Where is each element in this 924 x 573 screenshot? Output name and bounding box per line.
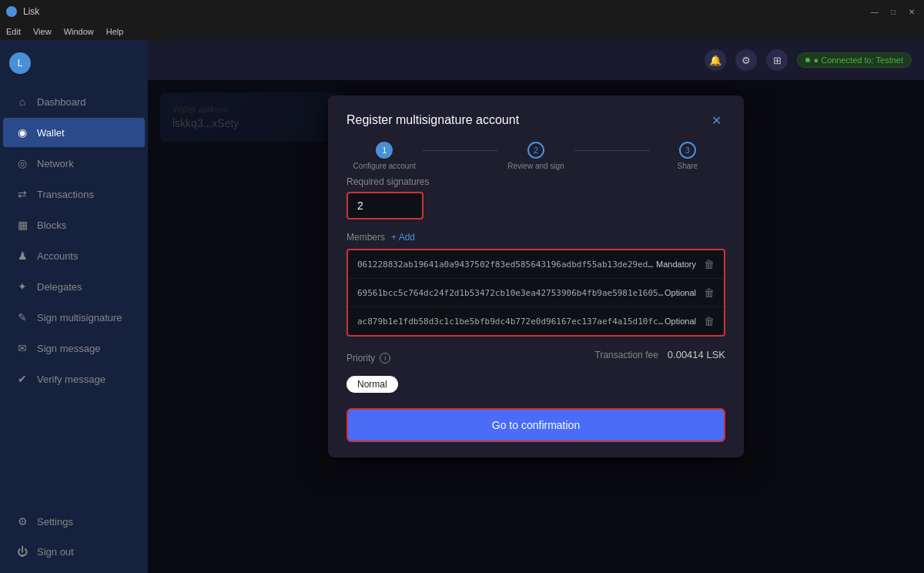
member-row-3: ac879b1e1fdb58d3c1c1be5bfb9dc4b772e0d961… [348, 307, 724, 335]
sidebar-item-delegates[interactable]: ✦ Delegates [3, 272, 145, 301]
step-line-1 [422, 150, 497, 151]
sidebar-item-blocks[interactable]: ▦ Blocks [3, 210, 145, 240]
connection-badge: ● Connected to: Testnet [797, 52, 912, 68]
member-address-2: 69561bcc5c764dc24f2d1b53472cb10e3ea42753… [357, 288, 665, 298]
go-to-confirmation-button[interactable]: Go to confirmation [346, 408, 725, 442]
priority-row: Priority i Transaction fee 0.00414 LSK [346, 349, 725, 367]
sidebar-item-label: Settings [37, 516, 73, 528]
wallet-icon: ◉ [15, 126, 29, 139]
step-2-circle: 2 [527, 142, 544, 159]
member-address-3: ac879b1e1fdb58d3c1c1be5bfb9dc4b772e0d961… [357, 317, 665, 327]
sidebar-logo: L [9, 52, 31, 74]
step-1: 1 Configure account [346, 142, 422, 170]
window-controls[interactable]: — □ ✕ [869, 5, 918, 18]
member-type-1: Mandatory [656, 260, 696, 269]
step-2-label: Review and sign [507, 162, 564, 170]
minimize-button[interactable]: — [869, 5, 881, 18]
app-icon [6, 6, 17, 17]
network-icon: ◎ [15, 156, 29, 170]
priority-label: Priority i [346, 353, 390, 364]
sidebar-item-label: Sign multisignature [37, 312, 122, 323]
members-header: Members + Add [346, 232, 725, 243]
step-1-label: Configure account [353, 162, 416, 170]
main-content: Wallet address lskkq3...xSety Balance 1.… [148, 80, 924, 573]
priority-normal-button[interactable]: Normal [346, 376, 398, 393]
titlebar-left: Lisk [6, 6, 39, 17]
required-signatures-input[interactable]: 2 [346, 192, 424, 219]
sidebar-item-signout[interactable]: ⏻ Sign out [3, 537, 145, 566]
sidebar-item-label: Wallet [37, 127, 65, 139]
modal-header: Register multisignature account ✕ [328, 96, 744, 129]
step-line-2 [574, 150, 649, 151]
member-delete-1[interactable]: 🗑 [704, 258, 715, 270]
sidebar-item-transactions[interactable]: ⇄ Transactions [3, 179, 145, 209]
sidebar-nav: ⌂ Dashboard ◉ Wallet ◎ Network ⇄ Transac… [0, 86, 148, 506]
stepper: 1 Configure account 2 Review and sign [328, 129, 744, 176]
connection-dot [805, 58, 810, 62]
connection-label: ● Connected to: Testnet [813, 55, 903, 65]
member-row-1: 061228832ab19641a0a9437502f83ed585643196… [348, 250, 724, 279]
app-container: L ⌂ Dashboard ◉ Wallet ◎ Network ⇄ Trans… [0, 40, 924, 573]
sidebar-item-verify-message[interactable]: ✔ Verify message [3, 364, 145, 394]
delegates-icon: ✦ [15, 280, 29, 293]
member-delete-3[interactable]: 🗑 [704, 315, 715, 327]
priority-info-icon[interactable]: i [380, 353, 390, 364]
fee-label: Transaction fee [595, 350, 658, 360]
settings-top-icon[interactable]: ⚙ [735, 49, 757, 71]
modal-body: Required signatures 2 Members + Add 0612… [328, 176, 744, 457]
member-delete-2[interactable]: 🗑 [704, 286, 715, 299]
notification-icon[interactable]: 🔔 [705, 49, 726, 71]
multisig-icon: ✎ [15, 310, 29, 324]
close-button[interactable]: ✕ [906, 5, 918, 18]
topbar: 🔔 ⚙ ⊞ ● Connected to: Testnet [148, 40, 924, 80]
app-title: Lisk [23, 6, 39, 17]
sidebar-item-wallet[interactable]: ◉ Wallet [3, 118, 145, 147]
titlebar: Lisk — □ ✕ [0, 0, 924, 23]
sidebar-item-sign-message[interactable]: ✉ Sign message [3, 333, 145, 363]
sidebar-top: L [0, 46, 148, 80]
menu-view[interactable]: View [33, 27, 52, 36]
sidebar-item-label: Delegates [37, 281, 82, 293]
sidebar-item-label: Sign out [37, 546, 74, 558]
settings-icon: ⚙ [15, 514, 29, 528]
step-3: 3 Share [650, 142, 725, 170]
transactions-icon: ⇄ [15, 187, 29, 201]
sidebar-item-label: Blocks [37, 219, 66, 231]
sidebar-item-network[interactable]: ◎ Network [3, 149, 145, 178]
menu-window[interactable]: Window [64, 27, 94, 36]
accounts-icon: ♟ [15, 249, 29, 263]
step-1-circle: 1 [376, 142, 393, 159]
sidebar-item-label: Dashboard [37, 96, 86, 108]
modal-overlay: Register multisignature account ✕ 1 Conf… [148, 80, 924, 573]
modal-close-button[interactable]: ✕ [707, 111, 725, 129]
step-2: 2 Review and sign [498, 142, 574, 170]
member-address-1: 061228832ab19641a0a9437502f83ed585643196… [357, 260, 656, 270]
menu-edit[interactable]: Edit [6, 27, 21, 36]
maximize-button[interactable]: □ [887, 5, 899, 18]
members-label: Members [346, 232, 385, 243]
priority-button-row: Normal [346, 376, 725, 393]
signout-icon: ⏻ [15, 545, 29, 558]
fee-value: 0.00414 LSK [668, 349, 725, 360]
sidebar-bottom: ⚙ Settings ⏻ Sign out [0, 506, 148, 573]
required-signatures-label: Required signatures [346, 176, 725, 187]
sidebar-item-dashboard[interactable]: ⌂ Dashboard [3, 87, 145, 116]
member-type-3: Optional [665, 317, 696, 326]
sidebar: L ⌂ Dashboard ◉ Wallet ◎ Network ⇄ Trans… [0, 40, 148, 573]
menu-help[interactable]: Help [106, 27, 124, 36]
add-member-button[interactable]: + Add [391, 232, 415, 243]
sidebar-item-accounts[interactable]: ♟ Accounts [3, 241, 145, 270]
sidebar-item-label: Transactions [37, 189, 94, 200]
sidebar-item-label: Accounts [37, 250, 78, 262]
register-multisig-modal: Register multisignature account ✕ 1 Conf… [328, 96, 744, 457]
member-type-2: Optional [665, 288, 696, 297]
grid-icon[interactable]: ⊞ [766, 49, 788, 71]
members-list: 061228832ab19641a0a9437502f83ed585643196… [346, 249, 725, 337]
sidebar-item-sign-multisig[interactable]: ✎ Sign multisignature [3, 303, 145, 332]
modal-title: Register multisignature account [346, 113, 519, 127]
sidebar-item-settings[interactable]: ⚙ Settings [3, 507, 145, 536]
member-row-2: 69561bcc5c764dc24f2d1b53472cb10e3ea42753… [348, 279, 724, 307]
step-3-circle: 3 [679, 142, 696, 159]
sidebar-item-label: Network [37, 158, 74, 169]
fee-area: Transaction fee 0.00414 LSK [390, 349, 725, 360]
